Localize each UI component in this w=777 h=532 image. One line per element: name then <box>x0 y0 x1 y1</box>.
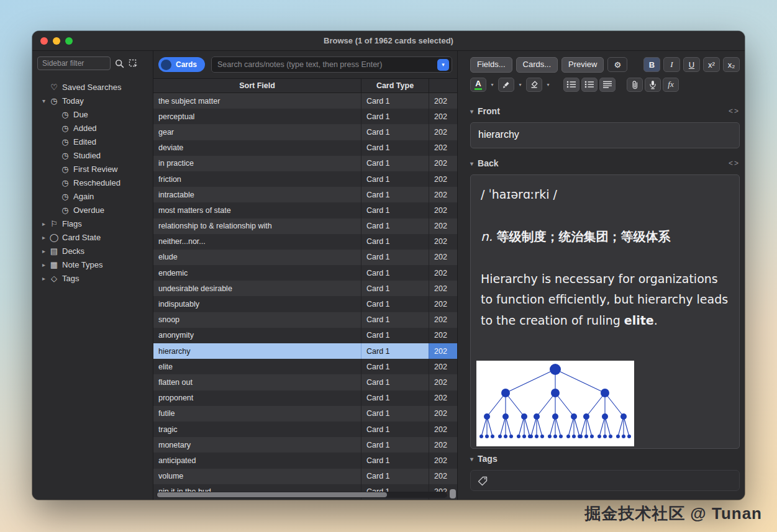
fields-button[interactable]: Fields... <box>470 57 512 73</box>
card-type-cell: Card 1 <box>361 93 429 109</box>
tags-header[interactable]: ▾ Tags <box>470 453 740 465</box>
chevron-right-icon[interactable]: ▸ <box>40 261 48 268</box>
sidebar-item-decks[interactable]: ▸▤Decks <box>32 244 153 258</box>
text-color-dropdown[interactable]: ▾ <box>488 78 496 92</box>
html-editor-toggle-icon[interactable]: <> <box>729 107 740 115</box>
column-header-sort-field[interactable]: Sort Field <box>153 79 361 92</box>
sidebar-item-due[interactable]: ◷Due <box>32 107 153 121</box>
window-content: ♡Saved Searches▾◷Today◷Due◷Added◷Edited◷… <box>32 51 745 500</box>
unordered-list-button[interactable] <box>563 78 579 92</box>
back-field-input[interactable]: / ˈhaɪərɑːrki / n. 等级制度；统治集团；等级体系 Hierar… <box>470 174 740 449</box>
sidebar-item-saved-searches[interactable]: ♡Saved Searches <box>32 80 153 94</box>
alignment-button[interactable] <box>599 78 616 92</box>
sidebar-item-edited[interactable]: ◷Edited <box>32 135 153 148</box>
sidebar-item-again[interactable]: ◷Again <box>32 189 153 203</box>
remove-formatting-dropdown[interactable]: ▾ <box>544 78 552 92</box>
tags-input[interactable] <box>470 470 740 491</box>
card-row[interactable]: monetaryCard 1202 <box>153 437 457 453</box>
card-row[interactable]: flatten outCard 1202 <box>153 374 457 390</box>
equation-button[interactable]: fx <box>663 78 679 92</box>
sidebar-item-card-state[interactable]: ▸◯Card State <box>32 230 153 244</box>
sidebar-item-overdue[interactable]: ◷Overdue <box>32 203 153 217</box>
card-row[interactable]: futileCard 1202 <box>153 406 457 422</box>
horizontal-scrollbar-thumb[interactable] <box>157 492 387 497</box>
front-field-input[interactable]: hierarchy <box>470 122 740 148</box>
ordered-list-button[interactable] <box>581 78 598 92</box>
subscript-button[interactable]: x₂ <box>723 57 740 72</box>
html-editor-toggle-icon[interactable]: <> <box>729 159 740 168</box>
card-row[interactable]: frictionCard 1202 <box>153 171 457 187</box>
card-row[interactable]: snoopCard 1202 <box>153 312 457 328</box>
card-row[interactable]: anonymityCard 1202 <box>153 328 457 343</box>
sidebar-item-today[interactable]: ▾◷Today <box>32 94 153 107</box>
minimize-button[interactable] <box>53 37 60 45</box>
chevron-right-icon[interactable]: ▸ <box>40 234 48 241</box>
card-row[interactable]: endemicCard 1202 <box>153 265 457 281</box>
superscript-button[interactable]: x² <box>703 57 720 72</box>
front-field-header[interactable]: ▾ Front <> <box>470 105 740 117</box>
search-history-button[interactable]: ▾ <box>437 59 449 71</box>
italic-button[interactable]: I <box>663 57 680 72</box>
card-row[interactable]: volumeCard 1202 <box>153 469 457 484</box>
chevron-down-icon[interactable]: ▾ <box>40 97 48 104</box>
search-input[interactable] <box>217 60 437 69</box>
card-row[interactable]: neither...nor...Card 1202 <box>153 234 457 250</box>
card-row[interactable]: most matters of stateCard 1202 <box>153 202 457 218</box>
card-row[interactable]: proponentCard 1202 <box>153 390 457 406</box>
editor-settings-button[interactable]: ⚙ <box>607 57 627 72</box>
toggle-knob-icon <box>161 60 171 70</box>
back-field-header[interactable]: ▾ Back <> <box>470 157 740 169</box>
column-header-date[interactable] <box>429 79 457 92</box>
zoom-button[interactable] <box>65 37 73 45</box>
titlebar[interactable]: Browse (1 of 1962 cards selected) <box>32 31 745 51</box>
card-row[interactable]: anticipatedCard 1202 <box>153 453 457 468</box>
sort-field-cell: elude <box>153 250 361 265</box>
close-button[interactable] <box>40 37 48 45</box>
record-audio-button[interactable] <box>645 78 661 92</box>
chevron-right-icon[interactable]: ▸ <box>40 275 48 282</box>
chevron-right-icon[interactable]: ▸ <box>40 248 48 255</box>
card-row[interactable]: relationship to & relationship withCard … <box>153 219 457 234</box>
card-row[interactable]: in practiceCard 1202 <box>153 156 457 171</box>
selection-mode-icon[interactable] <box>129 59 139 68</box>
card-row[interactable]: hierarchyCard 1202 <box>153 343 457 359</box>
sidebar-item-label: Added <box>73 124 97 133</box>
date-cell: 202 <box>429 234 457 250</box>
clock-icon: ◷ <box>59 205 71 215</box>
card-row[interactable]: gearCard 1202 <box>153 124 457 140</box>
sidebar-filter-input[interactable] <box>37 56 111 70</box>
vertical-scrollbar-thumb-table[interactable] <box>450 489 456 498</box>
sidebar-item-studied[interactable]: ◷Studied <box>32 148 153 162</box>
bold-button[interactable]: B <box>643 57 660 72</box>
preview-button[interactable]: Preview <box>561 57 604 73</box>
card-row[interactable]: eludeCard 1202 <box>153 250 457 265</box>
card-row[interactable]: undesirable desirableCard 1202 <box>153 281 457 296</box>
chevron-down-icon: ▾ <box>519 82 521 88</box>
sidebar-item-tags[interactable]: ▸◇Tags <box>32 271 153 285</box>
sidebar-item-added[interactable]: ◷Added <box>32 121 153 135</box>
sidebar-item-flags[interactable]: ▸⚐Flags <box>32 217 153 230</box>
card-row[interactable]: tragicCard 1202 <box>153 422 457 437</box>
cards-button[interactable]: Cards... <box>516 57 558 73</box>
cards-notes-toggle[interactable]: Cards <box>158 57 205 72</box>
sidebar-item-label: Tags <box>62 274 79 283</box>
underline-button[interactable]: U <box>683 57 700 72</box>
card-row[interactable]: deviateCard 1202 <box>153 140 457 156</box>
column-header-card-type[interactable]: Card Type <box>361 79 429 92</box>
attachment-button[interactable] <box>627 78 643 92</box>
sidebar-item-first-review[interactable]: ◷First Review <box>32 162 153 176</box>
sidebar-item-rescheduled[interactable]: ◷Rescheduled <box>32 176 153 189</box>
highlight-dropdown[interactable]: ▾ <box>516 78 524 92</box>
chevron-right-icon[interactable]: ▸ <box>40 220 48 227</box>
highlight-button[interactable] <box>498 78 514 92</box>
card-row[interactable]: perceptualCard 1202 <box>153 109 457 124</box>
sidebar-item-note-types[interactable]: ▸▦Note Types <box>32 258 153 271</box>
sort-field-cell: most matters of state <box>153 202 361 218</box>
remove-formatting-button[interactable] <box>526 78 542 92</box>
card-row[interactable]: eliteCard 1202 <box>153 359 457 374</box>
text-color-button[interactable]: A <box>470 78 486 92</box>
card-row[interactable]: indisputablyCard 1202 <box>153 296 457 312</box>
card-row[interactable]: intractableCard 1202 <box>153 187 457 202</box>
horizontal-scrollbar[interactable] <box>157 492 447 498</box>
card-row[interactable]: the subject matterCard 1202 <box>153 93 457 109</box>
